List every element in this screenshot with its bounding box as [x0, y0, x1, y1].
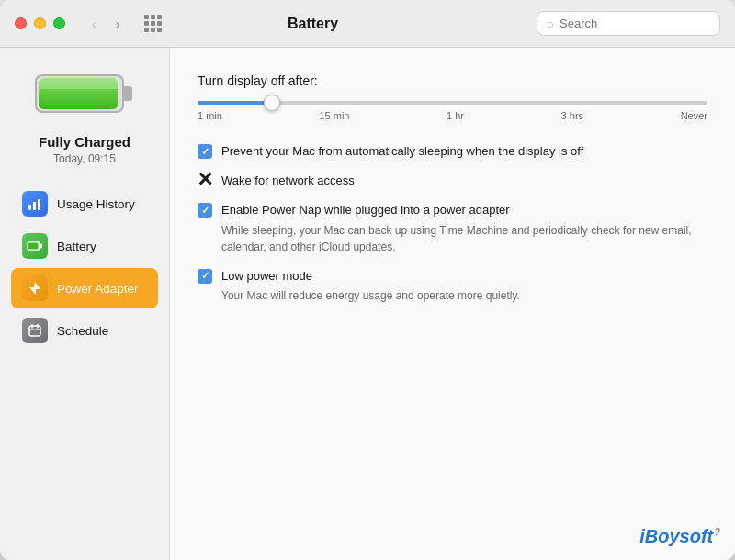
option-power-nap: ✓ Enable Power Nap while plugged into a …	[198, 202, 707, 254]
sidebar: Fully Charged Today, 09:15 Usage History	[0, 48, 170, 560]
search-icon: ⌕	[547, 17, 554, 30]
slider-label-1min: 1 min	[198, 110, 222, 121]
watermark: iBoysoft?	[639, 526, 720, 547]
titlebar: ‹ › Battery ⌕	[0, 0, 735, 48]
low-power-sublabel: Your Mac will reduce energy usage and op…	[221, 287, 707, 304]
low-power-label: Low power mode	[221, 268, 707, 285]
svg-rect-1	[123, 86, 132, 101]
slider-label-1hr: 1 hr	[447, 110, 464, 121]
slider-label-never: Never	[681, 110, 707, 121]
svg-rect-5	[33, 202, 36, 210]
slider-label-15min: 15 min	[319, 110, 349, 121]
search-input[interactable]	[560, 17, 697, 30]
svg-rect-9	[28, 243, 39, 250]
svg-rect-4	[28, 205, 31, 210]
option-low-power: ✓ Low power mode Your Mac will reduce en…	[198, 268, 707, 304]
slider-track[interactable]	[198, 101, 707, 105]
sidebar-item-power-adapter[interactable]: Power Adapter	[11, 268, 158, 308]
content-panel: Turn display off after: 1 min 15 min 1 h…	[170, 48, 735, 560]
power-nap-checkbox[interactable]: ✓	[198, 203, 212, 218]
battery-status-label: Fully Charged	[39, 134, 130, 150]
battery-time-label: Today, 09:15	[53, 152, 116, 165]
schedule-label: Schedule	[57, 324, 108, 338]
checkmark-icon-3: ✓	[201, 270, 209, 282]
watermark-superscript: ?	[714, 526, 720, 537]
prevent-sleep-text: Prevent your Mac from automatically slee…	[221, 143, 707, 160]
slider-label-3hrs: 3 hrs	[561, 110, 583, 121]
sidebar-item-schedule[interactable]: Schedule	[11, 310, 158, 351]
slider-thumb[interactable]	[264, 95, 280, 111]
wake-network-label: Wake for network access	[221, 173, 707, 189]
sidebar-item-usage-history[interactable]: Usage History	[11, 184, 158, 224]
usage-history-label: Usage History	[57, 197, 135, 211]
search-bar[interactable]: ⌕	[537, 11, 720, 36]
schedule-icon	[22, 318, 48, 343]
svg-marker-10	[29, 282, 40, 295]
main-content: Fully Charged Today, 09:15 Usage History	[0, 48, 735, 560]
battery-nav-label: Battery	[57, 240, 96, 253]
battery-icon-container	[34, 66, 135, 125]
maximize-button[interactable]	[53, 17, 65, 29]
battery-graphic	[34, 66, 135, 121]
traffic-lights	[15, 17, 65, 29]
option-wake-network: ✕ Wake for network access	[198, 173, 707, 189]
power-nap-label: Enable Power Nap while plugged into a po…	[221, 202, 707, 218]
close-button[interactable]	[15, 17, 27, 29]
slider-container[interactable]: 1 min 15 min 1 hr 3 hrs Never	[198, 101, 707, 121]
prevent-sleep-label: Prevent your Mac from automatically slee…	[221, 143, 707, 160]
sidebar-item-battery[interactable]: Battery	[11, 226, 158, 266]
svg-rect-3	[39, 78, 118, 89]
watermark-text: iBoysoft	[639, 526, 713, 546]
checkmark-icon-2: ✓	[201, 205, 209, 217]
display-off-label: Turn display off after:	[198, 73, 707, 88]
slider-fill	[198, 101, 274, 105]
x-mark-icon: ✕	[197, 170, 213, 190]
power-nap-text: Enable Power Nap while plugged into a po…	[221, 202, 707, 254]
svg-rect-6	[38, 199, 40, 210]
sidebar-nav: Usage History Battery	[0, 184, 169, 351]
option-prevent-sleep: ✓ Prevent your Mac from automatically sl…	[198, 143, 707, 160]
prevent-sleep-checkbox[interactable]: ✓	[198, 144, 212, 159]
checkmark-icon: ✓	[201, 146, 209, 158]
power-adapter-label: Power Adapter	[57, 282, 139, 296]
power-nap-sublabel: While sleeping, your Mac can back up usi…	[221, 222, 707, 255]
battery-nav-icon	[22, 233, 48, 259]
usage-history-icon	[22, 191, 48, 217]
wake-network-checkbox[interactable]: ✕	[198, 174, 212, 188]
svg-rect-8	[40, 244, 43, 249]
power-adapter-icon	[22, 275, 48, 301]
wake-network-text: Wake for network access	[221, 173, 707, 189]
slider-labels: 1 min 15 min 1 hr 3 hrs Never	[198, 110, 707, 121]
low-power-checkbox[interactable]: ✓	[198, 269, 212, 284]
minimize-button[interactable]	[34, 17, 46, 29]
low-power-text: Low power mode Your Mac will reduce ener…	[221, 268, 707, 304]
svg-rect-11	[29, 326, 40, 336]
window-title: Battery	[100, 16, 526, 32]
